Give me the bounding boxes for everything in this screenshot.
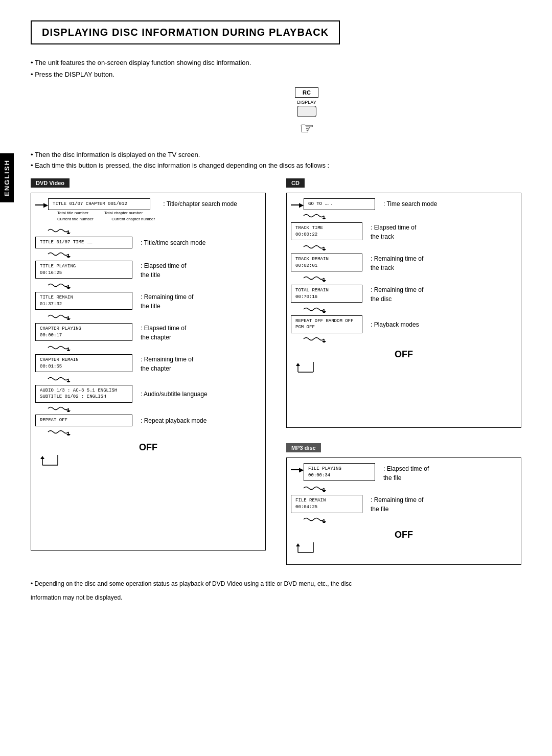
dvd-item-7-screen: AUDIO 1/3 : AC-3 5.1 ENGLISH SUBTITLE 01… xyxy=(35,385,132,403)
display-button-img xyxy=(297,106,316,117)
svg-marker-23 xyxy=(322,249,326,250)
intro-text-1: • The unit features the on-screen displa… xyxy=(31,59,521,66)
wavy-mp3-1 xyxy=(301,485,332,492)
svg-marker-1 xyxy=(66,233,71,234)
wavy-cd-4 xyxy=(301,306,332,313)
cd-return-arrow xyxy=(293,362,334,377)
page-title: DISPLAYING DISC INFORMATION DURING PLAYB… xyxy=(31,20,340,44)
mp3-item-2-screen: FILE REMAIN 00:04:25 xyxy=(291,495,362,513)
rc-illustration: RC DISPLAY ☞ xyxy=(92,87,521,136)
wavy-cd-2 xyxy=(301,243,332,250)
then-text-1: • Then the disc information is displayed… xyxy=(31,151,521,158)
mp3-item-1-desc: : Elapsed time of the file xyxy=(383,463,429,483)
cd-item-3-desc: : Remaining time of the track xyxy=(371,253,423,272)
cd-item-1-screen: GO TO ….. xyxy=(304,198,375,210)
dvd-item-8-desc: : Repeat playback mode xyxy=(141,415,206,425)
svg-marker-27 xyxy=(322,311,326,313)
dvd-item-5-desc: : Elapsed time of the chapter xyxy=(141,323,186,342)
svg-marker-15 xyxy=(66,434,71,436)
svg-marker-3 xyxy=(66,256,71,258)
mp3-return-arrow xyxy=(293,542,334,558)
dvd-off-label: OFF xyxy=(35,442,261,453)
dvd-item-5-screen: CHAPTER PLAYING 00:00:17 xyxy=(35,323,132,341)
dvd-item-1-screen: TITLE 01/07 CHAPTER 001/012 xyxy=(48,198,150,210)
wavy-cd-3 xyxy=(301,274,332,282)
wavy-1 xyxy=(45,227,76,234)
mp3-header: MP3 disc xyxy=(286,443,321,452)
cd-item-5-screen: REPEAT OFF RANDOM OFF PGM OFF xyxy=(291,315,362,333)
svg-marker-37 xyxy=(322,521,326,523)
svg-marker-33 xyxy=(296,363,300,366)
dvd-item-7-desc: : Audio/subtitle language xyxy=(141,388,208,399)
dvd-item-2-desc: : Title/time search mode xyxy=(141,237,205,247)
svg-marker-9 xyxy=(66,350,71,351)
svg-marker-5 xyxy=(66,287,71,289)
rc-label: RC xyxy=(295,87,318,98)
dvd-item-1-sublabels: Total title number Total chapter number … xyxy=(57,210,155,223)
display-label: DISPLAY xyxy=(297,100,316,105)
svg-marker-11 xyxy=(66,381,71,382)
mp3-flow: ▶ FILE PLAYING 00:00:34 : Elapsed time o… xyxy=(286,457,521,565)
wavy-7 xyxy=(45,405,76,412)
svg-marker-35 xyxy=(322,490,326,492)
svg-marker-25 xyxy=(322,280,326,282)
dvd-item-6-screen: CHAPTER REMAIN 00:01:55 xyxy=(35,354,132,372)
dvd-item-2-screen: TITLE 01/07 TIME …… xyxy=(35,237,132,248)
wavy-6 xyxy=(45,375,76,382)
svg-marker-19 xyxy=(40,456,44,459)
wavy-2 xyxy=(45,250,76,258)
dvd-item-1-desc: : Title/chapter search mode xyxy=(163,198,237,209)
wavy-3 xyxy=(45,282,76,289)
bottom-note-2: information may not be displayed. xyxy=(31,593,521,603)
svg-marker-41 xyxy=(296,543,300,546)
wavy-4 xyxy=(45,313,76,320)
cd-item-4-screen: TOTAL REMAIN 00:70:16 xyxy=(291,285,362,303)
cd-item-5-desc: : Playback modes xyxy=(371,319,419,329)
mp3-section: MP3 disc ▶ FILE PLAYING 00:00:34 : Elaps… xyxy=(286,443,521,565)
svg-marker-7 xyxy=(66,318,71,320)
mp3-item-1-screen: FILE PLAYING 00:00:34 xyxy=(304,463,375,481)
hand-icon: ☞ xyxy=(300,120,314,136)
mp3-item-2-desc: : Remaining time of the file xyxy=(371,494,423,514)
dvd-return-arrow xyxy=(37,455,78,470)
cd-item-3-screen: TRACK REMAIN 00:02:01 xyxy=(291,254,362,271)
dvd-item-3-screen: TITLE PLAYING 00:16:25 xyxy=(35,261,132,279)
wavy-5 xyxy=(45,344,76,351)
wavy-cd-1 xyxy=(301,212,332,219)
diagram-area: DVD Video ▶ TITLE 01/07 CHAPTER 001/012 … xyxy=(31,178,521,565)
wavy-8 xyxy=(45,428,76,436)
mp3-off-label: OFF xyxy=(291,530,517,540)
then-text-2: • Each time this button is pressed, the … xyxy=(31,162,521,169)
cd-item-2-screen: TRACK TIME 00:00:22 xyxy=(291,222,362,240)
dvd-header: DVD Video xyxy=(31,178,70,188)
dvd-item-3-desc: : Elapsed time of the title xyxy=(141,260,186,280)
svg-marker-29 xyxy=(322,341,326,342)
cd-off-label: OFF xyxy=(291,349,517,360)
dvd-column: DVD Video ▶ TITLE 01/07 CHAPTER 001/012 … xyxy=(31,178,266,565)
cd-header: CD xyxy=(286,178,305,188)
cd-mp3-column: CD ▶ GO TO ….. : Time search mode xyxy=(286,178,521,565)
cd-item-4-desc: : Remaining time of the disc xyxy=(371,284,423,304)
wavy-mp3-2 xyxy=(301,516,332,523)
svg-marker-21 xyxy=(322,218,326,219)
cd-flow: ▶ GO TO ….. : Time search mode TRACK TIM… xyxy=(286,193,521,428)
svg-marker-13 xyxy=(66,410,71,412)
wavy-cd-5 xyxy=(301,335,332,342)
sidebar-english-label: ENGLISH xyxy=(0,153,14,202)
cd-item-1-desc: : Time search mode xyxy=(383,198,437,209)
cd-section: CD ▶ GO TO ….. : Time search mode xyxy=(286,178,521,428)
dvd-item-8-screen: REPEAT OFF xyxy=(35,415,132,426)
dvd-item-4-desc: : Remaining time of the title xyxy=(141,291,193,311)
cd-item-2-desc: : Elapsed time of the track xyxy=(371,222,416,241)
dvd-item-4-screen: TITLE REMAIN 01:37:32 xyxy=(35,292,132,310)
dvd-flow: ▶ TITLE 01/07 CHAPTER 001/012 Total titl… xyxy=(31,193,266,551)
dvd-item-6-desc: : Remaining time of the chapter xyxy=(141,354,193,373)
bottom-note-1: • Depending on the disc and some operati… xyxy=(31,579,521,589)
intro-text-2: • Press the DISPLAY button. xyxy=(31,71,521,78)
